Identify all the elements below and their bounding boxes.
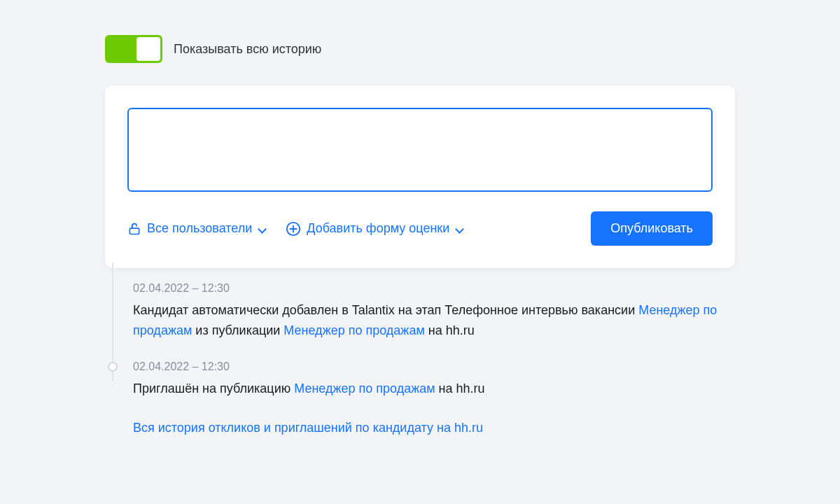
comment-textarea[interactable] [127,108,713,192]
history-timeline: 02.04.2022 – 12:30 Кандидат автоматическ… [105,282,735,435]
composer-card: Все пользователи Добавить форму оценки О… [105,85,735,268]
timeline-item: 02.04.2022 – 12:30 Кандидат автоматическ… [133,282,735,341]
unlock-icon [127,222,141,236]
publication-link[interactable]: Менеджер по продажам [284,323,424,337]
svg-rect-0 [130,228,139,234]
composer-actions: Все пользователи Добавить форму оценки О… [127,211,713,246]
visibility-label: Все пользователи [147,221,252,236]
timeline-text: Приглашён на публикацию Менеджер по прод… [133,379,735,399]
show-history-toggle[interactable] [105,35,162,63]
timeline-date: 02.04.2022 – 12:30 [133,360,735,373]
publish-button[interactable]: Опубликовать [591,211,713,246]
chevron-down-icon [455,225,463,233]
chevron-down-icon [258,225,266,233]
show-history-toggle-row: Показывать всю историю [105,35,735,63]
publication-link[interactable]: Менеджер по продажам [294,382,435,396]
add-evaluation-form[interactable]: Добавить форму оценки [286,221,463,237]
timeline-date: 02.04.2022 – 12:30 [133,282,735,295]
timeline-item: 02.04.2022 – 12:30 Приглашён на публикац… [133,360,735,399]
timeline-dot [108,362,118,372]
plus-circle-icon [286,221,301,237]
timeline-text: Кандидат автоматически добавлен в Talant… [133,300,735,341]
add-form-label: Добавить форму оценки [307,221,449,236]
show-history-label: Показывать всю историю [174,42,321,57]
full-history-link[interactable]: Вся история откликов и приглашений по ка… [133,421,483,435]
visibility-selector[interactable]: Все пользователи [127,221,266,236]
toggle-thumb [136,37,160,61]
